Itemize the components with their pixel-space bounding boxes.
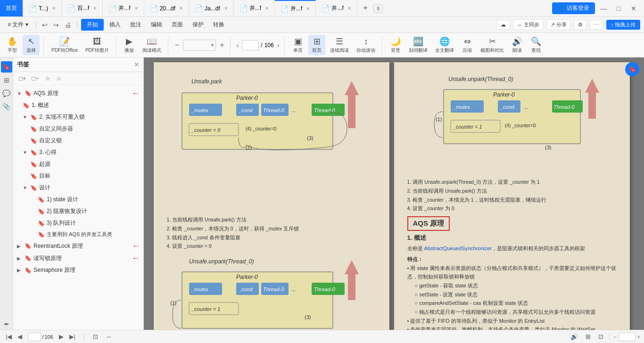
tree-item-s4c[interactable]: 🔖 3) 队列设计 bbox=[13, 217, 143, 229]
auto-scroll-tool[interactable]: ↕ 自动滚动 bbox=[354, 35, 378, 55]
toolbar-redo[interactable]: ↪ bbox=[51, 20, 61, 30]
bottom-zoom-out[interactable]: − bbox=[613, 334, 616, 340]
tab-7-close[interactable]: ✕ bbox=[306, 6, 310, 11]
menu-insert[interactable]: 插入 bbox=[106, 19, 124, 31]
upload-button[interactable]: ↑ 拖拽上传 bbox=[606, 20, 641, 30]
tree-item-s4[interactable]: ▼ 🔖 设计 bbox=[13, 182, 143, 194]
fit-width-button[interactable]: ↔ bbox=[104, 332, 114, 341]
sidebar-close-button[interactable]: ✕ bbox=[134, 61, 140, 68]
read-tool[interactable]: 🔊 朗读 bbox=[509, 35, 526, 55]
bookmark-star-button[interactable]: ☆ bbox=[43, 74, 52, 83]
thumbnail-sidebar-icon[interactable]: ⊞ bbox=[1, 74, 12, 86]
floating-action-button[interactable]: 🔖 bbox=[625, 62, 639, 76]
pdf-to-img-tool[interactable]: 🖼 PDF转图片 bbox=[83, 35, 112, 55]
bookmark-pin-button[interactable]: ☆ bbox=[54, 74, 64, 83]
tab-8[interactable]: 📄 并...f ✕ bbox=[316, 0, 357, 16]
zoom-input[interactable]: 63.28% bbox=[183, 42, 209, 48]
bottom-view-btn-1[interactable]: 🔊 bbox=[569, 332, 580, 341]
toolbar-undo[interactable]: ↩ bbox=[40, 20, 50, 30]
tab-1-close[interactable]: ✕ bbox=[52, 6, 56, 11]
tree-item-s3a[interactable]: 🔖 起源 bbox=[13, 158, 143, 170]
tree-item-readwrite[interactable]: ▶ 🔖 读写锁原理 ← bbox=[13, 252, 143, 264]
prev-page-button-bottom[interactable]: ◀ bbox=[16, 333, 24, 340]
menu-annotate[interactable]: 批注 bbox=[126, 19, 145, 31]
tab-2[interactable]: 📄 百...f ✕ bbox=[62, 0, 103, 16]
maximize-button[interactable]: □ bbox=[612, 2, 625, 15]
sync-button[interactable]: ↔ 主同步 bbox=[513, 19, 544, 30]
last-page-button[interactable]: ▶| bbox=[67, 333, 77, 340]
hand-tool[interactable]: ✋ 手型 bbox=[4, 35, 21, 55]
tab-7[interactable]: 📄 并...f ✕ bbox=[275, 0, 316, 16]
bottom-zoom-input[interactable]: 63% bbox=[619, 333, 636, 341]
bottom-view-btn-3[interactable]: ⊡ bbox=[596, 332, 605, 341]
more-button[interactable]: ⋯ bbox=[590, 20, 603, 30]
tab-4-close[interactable]: ✕ bbox=[179, 6, 183, 11]
tree-item-s4d[interactable]: 🔖 主要用到 AQS 的并发工具类 bbox=[13, 229, 143, 240]
prev-page-button[interactable]: ‹ bbox=[235, 41, 240, 49]
zoom-in-button[interactable]: + bbox=[218, 41, 226, 49]
bottom-zoom-in[interactable]: + bbox=[637, 334, 640, 340]
next-page-button[interactable]: › bbox=[276, 41, 281, 49]
fit-page-button[interactable]: ⊡ bbox=[91, 332, 100, 341]
single-page-tool[interactable]: ▣ 单页 bbox=[289, 35, 306, 55]
menu-page[interactable]: 页面 bbox=[168, 19, 187, 31]
add-tab-button[interactable]: + bbox=[357, 0, 374, 16]
tree-item-s3[interactable]: ▼ 🔖 3. 心得 bbox=[13, 147, 143, 158]
tab-4[interactable]: 📄 20...df ✕ bbox=[144, 0, 189, 16]
tree-item-s2b[interactable]: 🔖 自定义锁 bbox=[13, 135, 143, 147]
tab-6-close[interactable]: ✕ bbox=[265, 6, 269, 11]
translate-tool[interactable]: 🔤 划词翻译 bbox=[406, 35, 430, 55]
zoom-out-button[interactable]: − bbox=[173, 41, 181, 49]
menu-edit[interactable]: 编辑 bbox=[147, 19, 166, 31]
bookmark-sidebar-icon[interactable]: 🔖 bbox=[1, 61, 12, 73]
tab-2-close[interactable]: ✕ bbox=[93, 6, 97, 11]
bottom-view-btn-2[interactable]: ⊞ bbox=[584, 332, 593, 341]
compress-tool[interactable]: ⇔ 压缩 bbox=[459, 35, 476, 55]
tree-item-semaphore[interactable]: ▶ 🔖 Semaphore 原理 bbox=[13, 264, 143, 276]
menu-file[interactable]: ≡ 文件 ▾ bbox=[4, 19, 32, 31]
bookmark-add-button[interactable]: □+ bbox=[17, 74, 28, 83]
comment-sidebar-icon[interactable]: 💬 bbox=[1, 88, 12, 99]
page-number-input[interactable]: 35 bbox=[242, 40, 259, 50]
tab-1[interactable]: 📄 T...) ✕ bbox=[23, 0, 62, 16]
tab-3-close[interactable]: ✕ bbox=[134, 6, 138, 11]
attachment-sidebar-icon[interactable]: 📎 bbox=[1, 101, 12, 112]
tab-home[interactable]: 首页 bbox=[0, 0, 23, 16]
pdf-to-office-tool[interactable]: 📝 PDF转Office bbox=[49, 35, 81, 55]
tab-3[interactable]: 📄 并...f ✕ bbox=[103, 0, 144, 16]
bottom-page-input[interactable]: 35 bbox=[28, 333, 41, 341]
double-page-tool[interactable]: ⊞ 双页 bbox=[308, 35, 325, 55]
tree-item-s4a[interactable]: 🔖 1) state 设计 bbox=[13, 194, 143, 205]
zoom-dropdown-icon[interactable]: ▾ bbox=[209, 42, 215, 48]
kaishi-button[interactable]: 开始 bbox=[81, 19, 104, 31]
menu-convert[interactable]: 转换 bbox=[209, 19, 228, 31]
tree-item-s2[interactable]: ▼ 🔖 2. 实现不可重入锁 bbox=[13, 111, 143, 123]
share-button[interactable]: ↗ 分享 bbox=[546, 19, 571, 30]
tab-8-close[interactable]: ✕ bbox=[347, 6, 351, 11]
screenshot-tool[interactable]: ✂ 截图和对比 bbox=[478, 35, 507, 55]
login-button[interactable]: 👤 访客登录 bbox=[552, 2, 595, 14]
continuous-tool[interactable]: ☰ 连续阅读 bbox=[327, 35, 352, 55]
toolbar-print[interactable]: 🖨 bbox=[63, 20, 73, 30]
tree-item-s4b[interactable]: 🔖 2) 阻塞恢复设计 bbox=[13, 205, 143, 217]
tab-6[interactable]: 📄 并...f ✕ bbox=[234, 0, 275, 16]
play-tool[interactable]: ▶ 播放 bbox=[121, 35, 138, 55]
background-tool[interactable]: 🌙 背景 bbox=[387, 35, 404, 55]
bookmark-remove-button[interactable]: □− bbox=[30, 74, 41, 83]
tree-item-s3b[interactable]: 🔖 目标 bbox=[13, 170, 143, 182]
read-mode-tool[interactable]: 📖 阅读模式 bbox=[140, 35, 164, 55]
tree-item-s1[interactable]: 🔖 1. 概述 bbox=[13, 99, 143, 111]
next-page-button-bottom[interactable]: ▶ bbox=[57, 333, 66, 340]
tree-item-s2a[interactable]: 🔖 自定义同步器 bbox=[13, 123, 143, 135]
tree-item-reentrant[interactable]: ▶ 🔖 ReentrantLock 原理 ← bbox=[13, 240, 143, 252]
settings-icon[interactable]: ⚙ bbox=[574, 20, 587, 30]
tree-item-aqs[interactable]: ▼ 🔖 AQS 原理 ← bbox=[13, 87, 143, 99]
first-page-button[interactable]: |◀ bbox=[4, 333, 14, 340]
tab-5[interactable]: 📄 Ja...df ✕ bbox=[189, 0, 234, 16]
tab-5-close[interactable]: ✕ bbox=[224, 6, 228, 11]
full-translate-tool[interactable]: 🌐 全文翻译 bbox=[432, 35, 457, 55]
minimize-button[interactable]: — bbox=[597, 2, 610, 15]
close-button[interactable]: ✕ bbox=[627, 2, 640, 15]
signature-sidebar-icon[interactable]: ✒ bbox=[1, 318, 12, 330]
search-tool[interactable]: 🔍 查找 bbox=[528, 35, 545, 55]
